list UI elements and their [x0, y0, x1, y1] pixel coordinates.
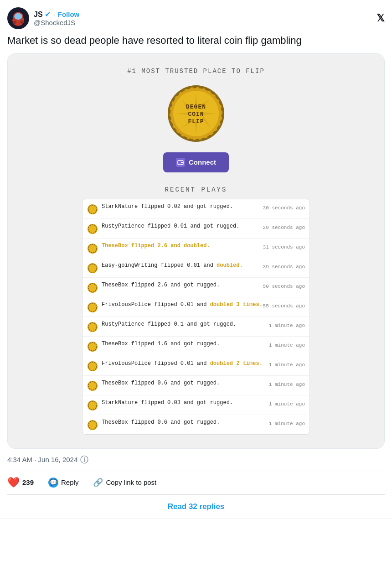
play-content: TheseBox flipped 1.6 and got rugged. 1 m… [102, 340, 305, 348]
play-username: Easy-goingWriting [102, 262, 157, 269]
play-win-text: doubled 2 times. [210, 360, 263, 367]
play-main-text: TheseBox flipped 2.6 and got rugged. [102, 281, 220, 289]
copy-link-action[interactable]: 🔗 Copy link to post [93, 478, 156, 488]
tweet-actions: ❤️ 239 💬 Reply 🔗 Copy link to post [7, 471, 385, 494]
tweet-header-left: JS ✔ · Follow @ShockedJS [7, 7, 79, 29]
recent-plays-title: RECENT PLAYS [165, 186, 227, 193]
connect-button[interactable]: Connect [163, 152, 229, 172]
play-action: flipped 0.6 and got rugged. [128, 419, 220, 426]
play-content: FrivolousPolice flipped 0.01 and doubled… [102, 360, 305, 368]
svg-point-4 [20, 21, 24, 24]
svg-point-2 [14, 13, 22, 20]
play-coin-icon [87, 361, 98, 372]
display-name: JS [34, 10, 43, 19]
play-row: TheseBox flipped 0.6 and got rugged. 1 m… [83, 376, 309, 395]
app-title: #1 MOST TRUSTED PLACE TO FLIP [127, 68, 265, 75]
play-time: 1 minute ago [269, 343, 305, 348]
play-main-text: TheseBox flipped 1.6 and got rugged. [102, 340, 220, 348]
play-content: RustyPatience flipped 0.01 and got rugge… [102, 223, 305, 230]
play-username: StarkNature [102, 203, 138, 210]
play-action: flipped 0.01 and got rugged. [144, 223, 240, 229]
play-action: flipped 0.6 and got rugged. [128, 380, 220, 386]
display-name-row: JS ✔ · Follow [34, 10, 79, 19]
play-row: TheseBox flipped 1.6 and got rugged. 1 m… [83, 337, 309, 356]
timestamp-text: 4:34 AM · Jun 16, 2024 [7, 456, 77, 463]
play-row-inner: StarkNature flipped 0.03 and got rugged.… [102, 399, 305, 407]
play-username: StarkNature [102, 400, 138, 406]
play-row-inner: TheseBox flipped 0.6 and got rugged. 1 m… [102, 419, 305, 426]
play-row-inner: Easy-goingWriting flipped 0.01 and doubl… [102, 262, 305, 270]
svg-rect-21 [181, 162, 183, 163]
svg-text:COIN: COIN [188, 111, 204, 118]
heart-icon: ❤️ [7, 477, 20, 488]
x-logo[interactable]: 𝕏 [377, 12, 385, 24]
play-action: flipped 0.03 and got rugged. [138, 400, 233, 406]
play-row-inner: RustyPatience flipped 0.01 and got rugge… [102, 223, 305, 230]
play-action: flipped 2.6 and got rugged. [128, 282, 220, 288]
play-content: TheseBox flipped 0.6 and got rugged. 1 m… [102, 419, 305, 426]
play-action: flipped 0.01 and [151, 301, 210, 308]
username-row: @ShockedJS [34, 19, 79, 26]
play-main-text: RustyPatience flipped 0.1 and got rugged… [102, 321, 236, 328]
play-win-text: doubled. [217, 262, 243, 269]
play-main-text: TheseBox flipped 0.6 and got rugged. [102, 419, 220, 426]
verified-badge: ✔ [45, 10, 51, 19]
play-username: TheseBox [102, 341, 128, 347]
tweet-timestamp: 4:34 AM · Jun 16, 2024 ⓘ [7, 454, 385, 465]
play-username: RustyPatience [102, 223, 144, 229]
play-time: 1 minute ago [269, 382, 305, 387]
reply-action[interactable]: 💬 Reply [48, 478, 78, 488]
play-coin-icon [87, 282, 98, 293]
play-row-inner: RustyPatience flipped 0.1 and got rugged… [102, 321, 305, 328]
play-username: FrivolousPolice [102, 360, 151, 367]
play-action: flipped 0.01 and [157, 262, 217, 269]
play-username: FrivolousPolice [102, 301, 151, 308]
like-action[interactable]: ❤️ 239 [7, 477, 34, 488]
avatar[interactable] [7, 7, 29, 29]
play-row-inner: TheseBox flipped 2.6 and doubled. 31 sec… [102, 242, 305, 250]
tweet-header: JS ✔ · Follow @ShockedJS 𝕏 [7, 7, 385, 29]
reply-icon: 💬 [48, 478, 58, 488]
play-time: 31 seconds ago [263, 244, 305, 250]
play-coin-icon [87, 223, 98, 234]
connect-wallet-icon [176, 158, 185, 167]
follow-button[interactable]: Follow [58, 10, 80, 18]
play-row: FrivolousPolice flipped 0.01 and doubled… [83, 356, 309, 376]
copy-link-icon: 🔗 [93, 478, 103, 488]
play-action: flipped 1.6 and got rugged. [128, 341, 220, 347]
tweet-container: JS ✔ · Follow @ShockedJS 𝕏 Market is so … [0, 0, 392, 519]
play-main-text: Easy-goingWriting flipped 0.01 and doubl… [102, 262, 243, 270]
read-replies-button[interactable]: Read 32 replies [7, 494, 385, 519]
play-coin-icon [87, 204, 98, 215]
svg-point-3 [13, 21, 16, 24]
play-main-text: FrivolousPolice flipped 0.01 and doubled… [102, 301, 263, 309]
play-main-text: FrivolousPolice flipped 0.01 and doubled… [102, 360, 263, 368]
play-row: StarkNature flipped 0.03 and got rugged.… [83, 395, 309, 415]
play-content: StarkNature flipped 0.03 and got rugged.… [102, 399, 305, 407]
play-main-text: TheseBox flipped 2.6 and doubled. [102, 242, 210, 250]
tweet-text: Market is so dead people have resorted t… [7, 34, 385, 48]
play-content: StarkNature flipped 0.02 and got rugged.… [102, 203, 305, 211]
play-row-inner: FrivolousPolice flipped 0.01 and doubled… [102, 301, 305, 309]
play-username: TheseBox [102, 419, 128, 426]
play-row: StarkNature flipped 0.02 and got rugged.… [83, 199, 309, 219]
play-content: RustyPatience flipped 0.1 and got rugged… [102, 321, 305, 328]
play-row: TheseBox flipped 0.6 and got rugged. 1 m… [83, 415, 309, 434]
coin-flip-app: #1 MOST TRUSTED PLACE TO FLIP [8, 54, 384, 448]
separator: · [53, 10, 55, 18]
play-main-text: StarkNature flipped 0.03 and got rugged. [102, 399, 233, 407]
user-info: JS ✔ · Follow @ShockedJS [34, 10, 79, 26]
play-action: flipped 0.1 and got rugged. [144, 321, 237, 327]
play-time: 55 seconds ago [263, 303, 305, 309]
play-content: FrivolousPolice flipped 0.01 and doubled… [102, 301, 305, 309]
play-action: flipped 0.02 and got rugged. [138, 203, 233, 210]
play-time: 1 minute ago [269, 323, 305, 328]
copy-link-label: Copy link to post [106, 478, 156, 486]
play-username: RustyPatience [102, 321, 144, 327]
svg-text:FLIP: FLIP [188, 118, 204, 125]
play-row-inner: TheseBox flipped 1.6 and got rugged. 1 m… [102, 340, 305, 348]
likes-count: 239 [22, 478, 34, 486]
play-time: 1 minute ago [269, 362, 305, 368]
info-icon[interactable]: ⓘ [80, 454, 88, 465]
play-time: 30 seconds ago [263, 205, 305, 211]
